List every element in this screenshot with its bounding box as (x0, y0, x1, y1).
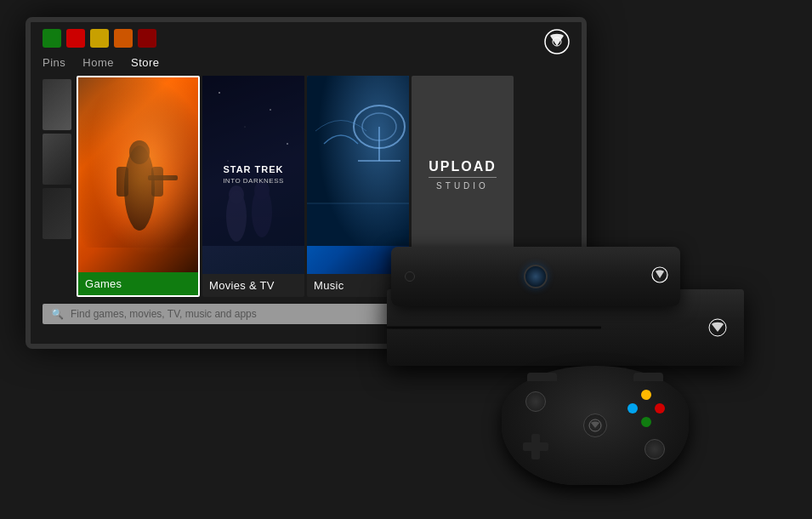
nav-home[interactable]: Home (82, 56, 114, 69)
side-thumb-2 (43, 134, 71, 185)
xbox-logo-top (544, 29, 570, 54)
button-y (641, 390, 651, 400)
console-xbox-logo (708, 318, 727, 337)
guide-button (583, 413, 607, 437)
kinect-camera-lens (524, 265, 548, 288)
left-bumper (527, 373, 557, 381)
pin-icon-5 (138, 29, 156, 48)
svg-point-19 (354, 106, 405, 148)
svg-rect-7 (148, 175, 178, 180)
controller-center (570, 407, 621, 445)
nav-bar: Pins Home Store (31, 54, 582, 76)
button-b (655, 403, 665, 413)
nav-pins[interactable]: Pins (43, 56, 65, 69)
svg-point-3 (124, 145, 155, 231)
svg-rect-18 (307, 76, 409, 246)
kinect-ir-dot (405, 271, 415, 282)
left-thumbstick (525, 391, 546, 412)
pin-icon-1 (43, 29, 61, 48)
svg-rect-23 (307, 203, 409, 246)
right-bumper (633, 373, 663, 381)
sidebar-thumbs (43, 76, 73, 297)
tile-movies-image: STAR TREK INTO DARKNESS (202, 76, 304, 274)
svg-point-20 (362, 113, 396, 140)
abxy-buttons (627, 390, 665, 427)
tile-apps-image: UPLOAD STUDIO (412, 76, 514, 274)
right-thumbstick (644, 439, 665, 459)
upload-studio-text: UPLOAD STUDIO (429, 158, 497, 192)
button-x (627, 403, 638, 413)
pin-icon-3 (90, 29, 109, 48)
dpad (523, 434, 548, 459)
svg-point-4 (129, 140, 150, 164)
tile-games[interactable]: Games (77, 76, 200, 297)
tile-games-label: Games (78, 272, 198, 295)
search-icon: 🔍 (51, 308, 64, 320)
pin-icon-4 (114, 29, 133, 48)
kinect-xbox-logo (651, 266, 668, 283)
side-thumb-3 (43, 188, 71, 239)
tile-games-image (78, 77, 198, 272)
button-a (641, 417, 651, 427)
pin-icon-2 (66, 29, 85, 48)
tile-movies[interactable]: STAR TREK INTO DARKNESS (202, 76, 304, 297)
svg-rect-5 (116, 167, 128, 197)
svg-rect-2 (78, 77, 198, 248)
tile-music-image (307, 76, 409, 274)
xbox-controller (502, 366, 689, 502)
nav-store[interactable]: Store (131, 56, 160, 69)
tile-movies-label: Movies & TV (202, 274, 304, 297)
dpad-vertical (531, 434, 540, 459)
side-thumb-1 (43, 79, 71, 130)
disc-slot (387, 327, 601, 329)
svg-rect-6 (151, 167, 163, 197)
top-bar (31, 22, 582, 54)
controller-body (502, 366, 689, 485)
kinect-sensor (391, 247, 680, 306)
startrek-text: STAR TREK INTO DARKNESS (219, 161, 287, 189)
